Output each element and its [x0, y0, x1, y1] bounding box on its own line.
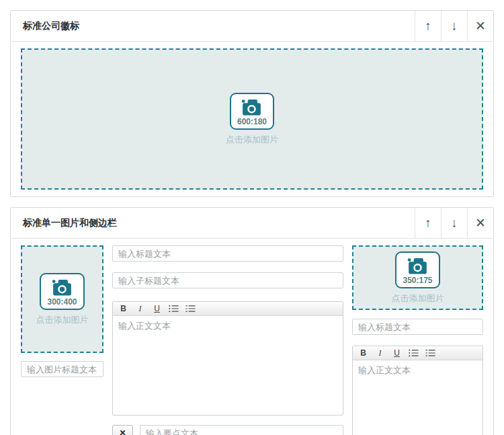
sidebar-rich-text-editor: B I U: [352, 346, 483, 435]
add-image-hint: 点击添加图片: [36, 314, 89, 326]
bold-button[interactable]: B: [355, 347, 371, 360]
add-image-hint: 点击添加图片: [226, 134, 278, 146]
italic-button[interactable]: I: [372, 347, 388, 360]
module-body: 300:400 点击添加图片 B I U: [11, 239, 493, 435]
remove-module-button[interactable]: ✕: [467, 208, 493, 238]
sidebar-body-text-area[interactable]: [353, 360, 482, 435]
remove-module-button[interactable]: ✕: [467, 11, 493, 41]
aspect-ratio-label: 350:175: [403, 276, 432, 285]
email-template-editor: 标准公司徽标 ↑ ↓ ✕: [0, 0, 504, 435]
underline-button[interactable]: U: [389, 347, 405, 360]
logo-image-dropzone[interactable]: 600:180 点击添加图片: [21, 48, 483, 190]
aspect-ratio-label: 600:180: [237, 117, 267, 126]
left-image-column: 300:400 点击添加图片: [21, 245, 103, 377]
editor-toolbar: B I U: [113, 302, 343, 316]
close-icon: ✕: [475, 18, 486, 34]
module-title: 标准单一图片和侧边栏: [11, 208, 415, 238]
arrow-up-icon: ↑: [425, 19, 431, 34]
camera-badge: 350:175: [395, 251, 439, 288]
unordered-list-button[interactable]: [406, 347, 421, 360]
bullet-point-row: ✕: [112, 425, 343, 435]
camera-badge: 600:180: [230, 93, 274, 130]
module-image-sidebar: 标准单一图片和侧边栏 ↑ ↓ ✕: [10, 207, 494, 435]
ordered-list-button[interactable]: [183, 303, 198, 315]
arrow-down-icon: ↓: [451, 19, 458, 34]
module-body: 600:180 点击添加图片: [11, 42, 493, 196]
camera-icon: [52, 279, 73, 296]
editor-toolbar: B I U: [353, 346, 482, 360]
move-down-button[interactable]: ↓: [441, 208, 467, 238]
module-actions: ↑ ↓ ✕: [415, 11, 493, 41]
move-down-button[interactable]: ↓: [441, 11, 467, 41]
module-company-logo: 标准公司徽标 ↑ ↓ ✕: [10, 10, 494, 197]
module-actions: ↑ ↓ ✕: [415, 208, 493, 238]
portrait-image-dropzone[interactable]: 300:400 点击添加图片: [21, 245, 103, 353]
sidebar-column: 350:175 点击添加图片 B I U: [352, 245, 483, 435]
body-rich-text-editor: B I U: [112, 301, 343, 416]
unordered-list-button[interactable]: [166, 303, 181, 315]
bullet-point-input[interactable]: [140, 425, 343, 435]
arrow-down-icon: ↓: [451, 216, 458, 231]
remove-bullet-button[interactable]: ✕: [112, 425, 133, 435]
underline-button[interactable]: U: [149, 303, 165, 315]
arrow-up-icon: ↑: [425, 216, 431, 231]
ordered-list-button[interactable]: [423, 347, 438, 360]
add-image-hint: 点击添加图片: [392, 292, 444, 305]
camera-icon: [407, 258, 428, 274]
image-caption-input[interactable]: [21, 361, 103, 377]
main-content-column: B I U: [112, 245, 343, 435]
subtitle-input[interactable]: [112, 272, 343, 288]
ordered-list-icon: [425, 349, 435, 357]
module-header: 标准单一图片和侧边栏 ↑ ↓ ✕: [11, 208, 493, 239]
unordered-list-icon: [409, 349, 419, 357]
module-header: 标准公司徽标 ↑ ↓ ✕: [11, 11, 493, 42]
italic-button[interactable]: I: [132, 303, 148, 315]
camera-badge: 300:400: [40, 273, 84, 310]
bold-button[interactable]: B: [116, 303, 131, 315]
unordered-list-icon: [169, 305, 179, 313]
move-up-button[interactable]: ↑: [415, 11, 441, 41]
close-icon: ✕: [475, 215, 486, 231]
sidebar-title-input[interactable]: [352, 319, 483, 335]
move-up-button[interactable]: ↑: [415, 208, 441, 238]
aspect-ratio-label: 300:400: [47, 297, 77, 307]
camera-icon: [241, 99, 262, 116]
body-text-area[interactable]: [113, 316, 343, 415]
ordered-list-icon: [185, 305, 196, 313]
module-title: 标准公司徽标: [11, 11, 415, 41]
sidebar-image-dropzone[interactable]: 350:175 点击添加图片: [352, 245, 483, 310]
title-input[interactable]: [112, 245, 343, 262]
